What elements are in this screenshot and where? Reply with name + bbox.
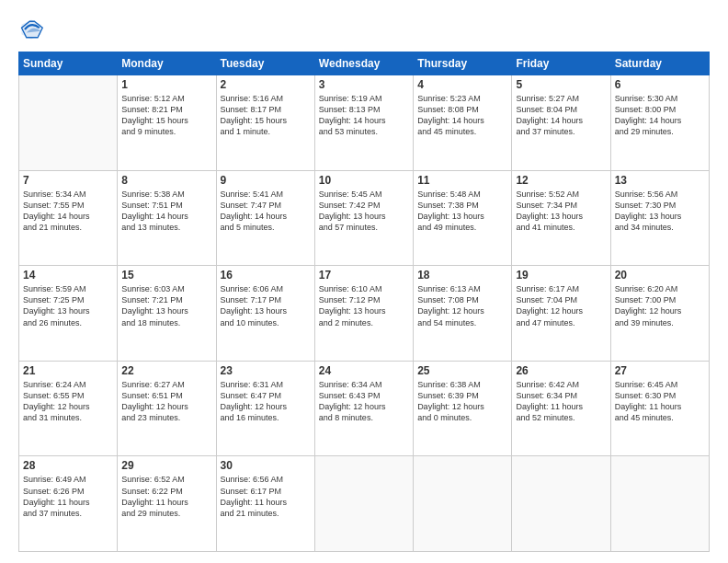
day-info: Sunrise: 6:38 AM Sunset: 6:39 PM Dayligh… (417, 379, 507, 424)
calendar-week-row: 14Sunrise: 5:59 AM Sunset: 7:25 PM Dayli… (19, 266, 710, 362)
calendar-cell (19, 75, 118, 171)
calendar-cell: 14Sunrise: 5:59 AM Sunset: 7:25 PM Dayli… (19, 266, 118, 362)
calendar-cell: 26Sunrise: 6:42 AM Sunset: 6:34 PM Dayli… (512, 361, 610, 456)
day-number: 9 (221, 174, 311, 187)
day-info: Sunrise: 5:34 AM Sunset: 7:55 PM Dayligh… (23, 189, 113, 234)
day-number: 23 (221, 364, 311, 377)
day-info: Sunrise: 6:24 AM Sunset: 6:55 PM Dayligh… (23, 379, 113, 424)
day-info: Sunrise: 5:38 AM Sunset: 7:51 PM Dayligh… (121, 189, 211, 234)
calendar-table: SundayMondayTuesdayWednesdayThursdayFrid… (18, 52, 710, 552)
calendar-cell: 12Sunrise: 5:52 AM Sunset: 7:34 PM Dayli… (512, 170, 610, 266)
day-number: 27 (615, 364, 705, 377)
day-number: 30 (221, 459, 311, 472)
day-number: 6 (615, 78, 705, 91)
calendar-cell: 18Sunrise: 6:13 AM Sunset: 7:08 PM Dayli… (414, 266, 512, 362)
day-info: Sunrise: 5:16 AM Sunset: 8:17 PM Dayligh… (221, 93, 311, 138)
day-info: Sunrise: 6:10 AM Sunset: 7:12 PM Dayligh… (319, 283, 409, 328)
day-info: Sunrise: 6:34 AM Sunset: 6:43 PM Dayligh… (319, 379, 409, 424)
calendar-cell: 21Sunrise: 6:24 AM Sunset: 6:55 PM Dayli… (19, 361, 118, 456)
day-info: Sunrise: 6:27 AM Sunset: 6:51 PM Dayligh… (121, 379, 211, 424)
calendar-cell: 6Sunrise: 5:30 AM Sunset: 8:00 PM Daylig… (610, 75, 709, 171)
day-info: Sunrise: 5:27 AM Sunset: 8:04 PM Dayligh… (516, 93, 606, 138)
calendar-cell (610, 456, 709, 552)
calendar-cell: 28Sunrise: 6:49 AM Sunset: 6:26 PM Dayli… (19, 456, 118, 552)
day-number: 4 (417, 78, 507, 91)
calendar-cell: 3Sunrise: 5:19 AM Sunset: 8:13 PM Daylig… (314, 75, 413, 171)
day-info: Sunrise: 6:56 AM Sunset: 6:17 PM Dayligh… (221, 474, 311, 519)
day-number: 10 (319, 174, 409, 187)
calendar-week-row: 28Sunrise: 6:49 AM Sunset: 6:26 PM Dayli… (19, 456, 710, 552)
calendar-cell: 17Sunrise: 6:10 AM Sunset: 7:12 PM Dayli… (314, 266, 413, 362)
day-number: 17 (319, 269, 409, 282)
logo-icon (18, 17, 44, 42)
calendar-cell: 24Sunrise: 6:34 AM Sunset: 6:43 PM Dayli… (314, 361, 413, 456)
column-header-monday: Monday (118, 52, 216, 75)
day-info: Sunrise: 6:45 AM Sunset: 6:30 PM Dayligh… (615, 379, 705, 424)
day-info: Sunrise: 5:48 AM Sunset: 7:38 PM Dayligh… (417, 189, 507, 234)
day-number: 20 (615, 269, 705, 282)
calendar-cell: 20Sunrise: 6:20 AM Sunset: 7:00 PM Dayli… (610, 266, 709, 362)
calendar-cell (314, 456, 413, 552)
day-number: 14 (23, 269, 113, 282)
calendar-cell: 22Sunrise: 6:27 AM Sunset: 6:51 PM Dayli… (118, 361, 216, 456)
day-info: Sunrise: 5:56 AM Sunset: 7:30 PM Dayligh… (615, 189, 705, 234)
calendar-cell: 19Sunrise: 6:17 AM Sunset: 7:04 PM Dayli… (512, 266, 610, 362)
day-info: Sunrise: 5:45 AM Sunset: 7:42 PM Dayligh… (319, 189, 409, 234)
day-info: Sunrise: 5:52 AM Sunset: 7:34 PM Dayligh… (516, 189, 606, 234)
day-info: Sunrise: 5:23 AM Sunset: 8:08 PM Dayligh… (417, 93, 507, 138)
day-number: 5 (516, 78, 606, 91)
calendar-week-row: 7Sunrise: 5:34 AM Sunset: 7:55 PM Daylig… (19, 170, 710, 266)
day-number: 3 (319, 78, 409, 91)
calendar-cell: 2Sunrise: 5:16 AM Sunset: 8:17 PM Daylig… (216, 75, 314, 171)
day-number: 24 (319, 364, 409, 377)
day-info: Sunrise: 5:12 AM Sunset: 8:21 PM Dayligh… (121, 93, 211, 138)
day-info: Sunrise: 6:31 AM Sunset: 6:47 PM Dayligh… (221, 379, 311, 424)
day-info: Sunrise: 6:13 AM Sunset: 7:08 PM Dayligh… (417, 283, 507, 328)
day-info: Sunrise: 6:03 AM Sunset: 7:21 PM Dayligh… (121, 283, 211, 328)
day-info: Sunrise: 6:17 AM Sunset: 7:04 PM Dayligh… (516, 283, 606, 328)
calendar-cell: 25Sunrise: 6:38 AM Sunset: 6:39 PM Dayli… (414, 361, 512, 456)
column-header-saturday: Saturday (610, 52, 709, 75)
day-number: 12 (516, 174, 606, 187)
page-header (18, 17, 710, 42)
calendar-cell: 8Sunrise: 5:38 AM Sunset: 7:51 PM Daylig… (118, 170, 216, 266)
day-info: Sunrise: 6:20 AM Sunset: 7:00 PM Dayligh… (615, 283, 705, 328)
day-info: Sunrise: 5:59 AM Sunset: 7:25 PM Dayligh… (23, 283, 113, 328)
day-number: 19 (516, 269, 606, 282)
day-number: 16 (221, 269, 311, 282)
column-header-tuesday: Tuesday (216, 52, 314, 75)
calendar-cell: 7Sunrise: 5:34 AM Sunset: 7:55 PM Daylig… (19, 170, 118, 266)
day-number: 22 (121, 364, 211, 377)
day-number: 18 (417, 269, 507, 282)
day-number: 7 (23, 174, 113, 187)
day-info: Sunrise: 5:41 AM Sunset: 7:47 PM Dayligh… (221, 189, 311, 234)
day-number: 29 (121, 459, 211, 472)
day-number: 28 (23, 459, 113, 472)
column-header-wednesday: Wednesday (314, 52, 413, 75)
calendar-cell: 30Sunrise: 6:56 AM Sunset: 6:17 PM Dayli… (216, 456, 314, 552)
column-header-sunday: Sunday (19, 52, 118, 75)
column-header-friday: Friday (512, 52, 610, 75)
day-info: Sunrise: 6:49 AM Sunset: 6:26 PM Dayligh… (23, 474, 113, 519)
calendar-cell: 4Sunrise: 5:23 AM Sunset: 8:08 PM Daylig… (414, 75, 512, 171)
column-header-thursday: Thursday (414, 52, 512, 75)
day-number: 15 (121, 269, 211, 282)
day-number: 25 (417, 364, 507, 377)
calendar-cell: 11Sunrise: 5:48 AM Sunset: 7:38 PM Dayli… (414, 170, 512, 266)
calendar-cell: 1Sunrise: 5:12 AM Sunset: 8:21 PM Daylig… (118, 75, 216, 171)
calendar-cell: 29Sunrise: 6:52 AM Sunset: 6:22 PM Dayli… (118, 456, 216, 552)
calendar-cell: 9Sunrise: 5:41 AM Sunset: 7:47 PM Daylig… (216, 170, 314, 266)
day-number: 26 (516, 364, 606, 377)
day-info: Sunrise: 5:30 AM Sunset: 8:00 PM Dayligh… (615, 93, 705, 138)
calendar-cell: 5Sunrise: 5:27 AM Sunset: 8:04 PM Daylig… (512, 75, 610, 171)
day-info: Sunrise: 6:52 AM Sunset: 6:22 PM Dayligh… (121, 474, 211, 519)
day-info: Sunrise: 6:06 AM Sunset: 7:17 PM Dayligh… (221, 283, 311, 328)
day-number: 2 (221, 78, 311, 91)
day-number: 21 (23, 364, 113, 377)
day-info: Sunrise: 6:42 AM Sunset: 6:34 PM Dayligh… (516, 379, 606, 424)
day-info: Sunrise: 5:19 AM Sunset: 8:13 PM Dayligh… (319, 93, 409, 138)
day-number: 1 (121, 78, 211, 91)
calendar-cell: 15Sunrise: 6:03 AM Sunset: 7:21 PM Dayli… (118, 266, 216, 362)
calendar-cell: 27Sunrise: 6:45 AM Sunset: 6:30 PM Dayli… (610, 361, 709, 456)
day-number: 13 (615, 174, 705, 187)
